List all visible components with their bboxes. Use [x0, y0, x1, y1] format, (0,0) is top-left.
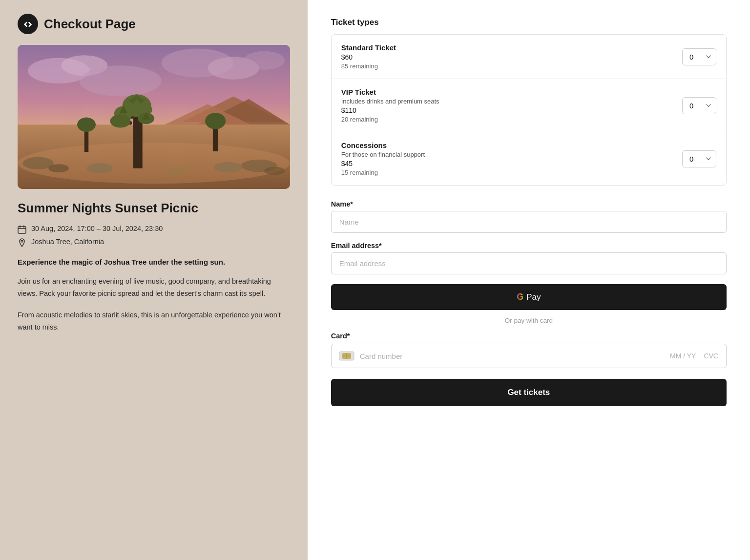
calendar-icon — [18, 225, 26, 234]
right-panel: Ticket types Standard Ticket $60 85 rema… — [308, 0, 750, 560]
event-date: 30 Aug, 2024, 17:00 – 30 Jul, 2024, 23:3… — [18, 225, 290, 234]
ticket-price-standard: $60 — [341, 53, 396, 61]
email-label: Email address* — [331, 242, 727, 249]
event-image — [18, 45, 290, 189]
ticket-desc-vip: Includes drinks and premium seats — [341, 98, 439, 105]
ticket-row-standard: Standard Ticket $60 85 remaining 0 1 2 3… — [332, 35, 726, 79]
svg-point-6 — [79, 65, 161, 96]
ticket-row-vip: VIP Ticket Includes drinks and premium s… — [332, 79, 726, 132]
ticket-types-box: Standard Ticket $60 85 remaining 0 1 2 3… — [331, 34, 727, 186]
ticket-name-concessions: Concessions — [341, 141, 425, 149]
email-group: Email address* — [331, 242, 727, 274]
name-label: Name* — [331, 200, 727, 208]
email-input[interactable] — [331, 252, 727, 274]
name-input[interactable] — [331, 211, 727, 233]
event-title: Summer Nights Sunset Picnic — [18, 201, 290, 216]
ticket-price-vip: $110 — [341, 106, 439, 114]
card-expiry-cvc: MM / YY CVC — [670, 352, 718, 360]
svg-point-43 — [21, 240, 23, 242]
ticket-remaining-concessions: 15 remaining — [341, 169, 425, 176]
ticket-name-vip: VIP Ticket — [341, 88, 439, 96]
or-divider: Or pay with card — [331, 317, 727, 324]
ticket-qty-standard[interactable]: 0 1 2 3 4 5 — [682, 48, 716, 65]
card-chip-icon — [339, 351, 355, 361]
ticket-remaining-standard: 85 remaining — [341, 62, 396, 70]
get-tickets-label: Get tickets — [507, 388, 550, 397]
gpay-g-letter: G — [517, 292, 523, 302]
event-location: Joshua Tree, California — [18, 238, 290, 247]
get-tickets-button[interactable]: Get tickets — [331, 379, 727, 406]
left-panel: Checkout Page — [0, 0, 308, 560]
gpay-button[interactable]: G Pay — [331, 284, 727, 310]
card-input-row[interactable]: Card number MM / YY CVC — [331, 344, 727, 368]
qty-select-concessions[interactable]: 0 1 2 3 4 5 — [682, 150, 716, 167]
svg-point-29 — [110, 114, 130, 127]
svg-point-33 — [77, 118, 96, 132]
card-number-placeholder: Card number — [360, 352, 665, 360]
ticket-price-concessions: $45 — [341, 160, 425, 167]
qty-select-standard[interactable]: 0 1 2 3 4 5 — [682, 48, 716, 65]
page-title: Checkout Page — [44, 17, 136, 32]
svg-point-38 — [214, 162, 243, 172]
event-description-2: From acoustic melodies to starlit skies,… — [18, 309, 290, 333]
location-icon — [18, 238, 26, 247]
event-location-text: Joshua Tree, California — [31, 238, 104, 246]
gpay-label: Pay — [526, 292, 541, 302]
svg-point-37 — [167, 167, 187, 175]
card-label: Card* — [331, 332, 727, 340]
card-expiry: MM / YY — [670, 352, 696, 360]
ticket-info-concessions: Concessions For those on financial suppo… — [341, 141, 425, 176]
svg-point-15 — [264, 167, 285, 175]
page-header: Checkout Page — [18, 14, 290, 34]
svg-point-35 — [205, 113, 226, 129]
svg-point-13 — [48, 164, 69, 172]
qty-select-vip[interactable]: 0 1 2 3 4 5 — [682, 97, 716, 114]
ticket-qty-vip[interactable]: 0 1 2 3 4 5 — [682, 97, 716, 114]
ticket-info-standard: Standard Ticket $60 85 remaining — [341, 43, 396, 70]
svg-point-36 — [87, 163, 113, 173]
event-date-text: 30 Aug, 2024, 17:00 – 30 Jul, 2024, 23:3… — [31, 225, 163, 232]
ticket-row-concessions: Concessions For those on financial suppo… — [332, 132, 726, 185]
logo-icon — [18, 14, 38, 34]
event-description-1: Join us for an enchanting evening of liv… — [18, 275, 290, 299]
ticket-info-vip: VIP Ticket Includes drinks and premium s… — [341, 88, 439, 123]
ticket-name-standard: Standard Ticket — [341, 43, 396, 52]
ticket-qty-concessions[interactable]: 0 1 2 3 4 5 — [682, 150, 716, 167]
svg-rect-39 — [18, 227, 26, 233]
checkout-form: Name* Email address* — [331, 200, 727, 274]
ticket-desc-concessions: For those on financial support — [341, 151, 425, 158]
svg-point-5 — [244, 51, 285, 70]
ticket-types-title: Ticket types — [331, 18, 727, 27]
card-cvc: CVC — [704, 352, 718, 360]
event-meta: 30 Aug, 2024, 17:00 – 30 Jul, 2024, 23:3… — [18, 225, 290, 247]
name-group: Name* — [331, 200, 727, 233]
ticket-remaining-vip: 20 remaining — [341, 116, 439, 123]
event-tagline: Experience the magic of Joshua Tree unde… — [18, 257, 290, 268]
